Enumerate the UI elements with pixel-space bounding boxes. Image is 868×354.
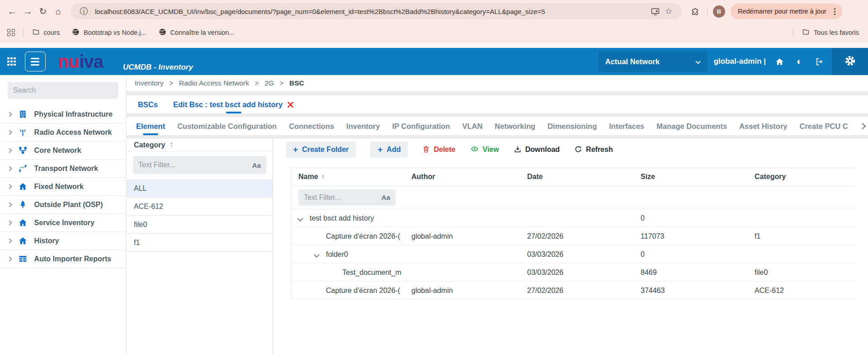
column-header-author[interactable]: Author [411, 173, 527, 181]
table-row[interactable]: folder003/03/20260 [292, 245, 855, 264]
category-header[interactable]: Category ▲▼ [127, 139, 273, 151]
sidebar-item-transport-network[interactable]: Transport Network [0, 160, 126, 178]
close-icon[interactable] [287, 101, 294, 109]
table-row[interactable]: Capture d'écran 2026-(global-admin27/02/… [292, 227, 855, 245]
tab-asset-history[interactable]: Asset History [739, 117, 787, 135]
network-selector[interactable]: Actual Network [598, 51, 708, 72]
chevron-right-icon [7, 130, 12, 135]
logout-icon[interactable] [809, 52, 829, 71]
tab-manage-documents[interactable]: Manage Documents [656, 117, 727, 135]
table-body: test bsct add history0Capture d'écran 20… [292, 209, 855, 300]
sidebar-item-service-inventory[interactable]: Service Inventory [0, 214, 126, 232]
back-icon[interactable]: ← [5, 4, 20, 19]
browser-menu-icon[interactable]: ⋮ [831, 7, 838, 16]
chevron-right-icon [7, 202, 12, 207]
home-icon[interactable] [769, 52, 789, 71]
sidebar-item-radio-access-network[interactable]: Radio Access Network [0, 123, 126, 142]
menu-toggle-button[interactable] [25, 52, 46, 71]
active-tab-indicator [226, 112, 241, 113]
search-input[interactable] [13, 86, 113, 94]
match-case-toggle[interactable]: Aa [378, 194, 390, 201]
view-button[interactable]: View [470, 145, 499, 154]
expand-chevron-icon[interactable] [315, 250, 326, 259]
breadcrumb-item[interactable]: 2G [264, 79, 274, 87]
profile-avatar[interactable]: B [713, 5, 725, 18]
tab-interfaces[interactable]: Interfaces [609, 117, 644, 135]
url-input[interactable] [95, 8, 648, 15]
sidebar-item-label: History [34, 237, 59, 245]
tab-dimensioning[interactable]: Dimensioning [547, 117, 597, 135]
app-launcher-icon[interactable] [7, 57, 16, 66]
name-filter[interactable]: Aa [298, 189, 396, 206]
bookmark-item[interactable]: Connaître la version... [158, 28, 235, 38]
add-button[interactable]: + Add [370, 142, 408, 158]
column-header-date[interactable]: Date [527, 173, 641, 181]
column-header-size[interactable]: Size [641, 173, 755, 181]
refresh-icon [574, 145, 582, 155]
tab-vlan[interactable]: VLAN [462, 117, 482, 135]
column-header-name[interactable]: Name ▲▼ [292, 173, 411, 181]
breadcrumb-item[interactable]: Radio Access Network [179, 79, 249, 87]
download-button[interactable]: Download [514, 145, 560, 155]
sort-icon[interactable]: ▲▼ [170, 142, 173, 148]
cell-author: global-admin [411, 232, 527, 241]
create-folder-button[interactable]: + Create Folder [286, 142, 356, 158]
tab-connections[interactable]: Connections [289, 117, 334, 135]
sidebar-search[interactable] [8, 82, 118, 99]
settings-button[interactable] [832, 48, 868, 75]
sidebar-item-history[interactable]: History [0, 232, 126, 250]
tab-bscs[interactable]: BSCs [138, 95, 158, 113]
sort-icon[interactable]: ▲▼ [321, 174, 325, 180]
gear-icon [844, 55, 856, 69]
cell-category: ACE-612 [755, 287, 855, 295]
tab-ip-configuration[interactable]: IP Configuration [392, 117, 450, 135]
tab-element[interactable]: Element [136, 117, 165, 135]
browser-home-icon[interactable]: ⌂ [51, 4, 66, 19]
table-row[interactable]: Test_document_m03/03/20268469file0 [292, 264, 855, 282]
tab-create-pcu-c[interactable]: Create PCU C [800, 117, 848, 135]
restart-update-button[interactable]: Redémarrer pour mettre à jour ⋮ [731, 4, 843, 19]
tabs-overflow-chevron-icon[interactable] [859, 123, 866, 129]
breadcrumb-item[interactable]: Inventory [135, 79, 164, 87]
bookmark-item[interactable]: Bootstrap vs Node.j... [71, 28, 146, 38]
tab-edit-bsc-label: Edit Bsc : test bsct add history [173, 100, 283, 109]
install-app-icon[interactable] [648, 5, 662, 18]
reload-icon[interactable]: ↻ [35, 4, 51, 19]
document-name: folder0 [326, 250, 348, 259]
restart-update-label: Redémarrer pour mettre à jour [738, 8, 826, 15]
category-item[interactable]: file0 [127, 216, 273, 234]
tab-inventory[interactable]: Inventory [346, 117, 380, 135]
name-filter-input[interactable] [304, 194, 378, 202]
bookmark-star-icon[interactable]: ☆ [662, 5, 675, 18]
tab-customizable-configuration[interactable]: Customizable Configuration [177, 117, 277, 135]
tab-networking[interactable]: Networking [495, 117, 535, 135]
bookmark-item[interactable]: cours [32, 28, 60, 37]
table-row[interactable]: test bsct add history0 [292, 209, 855, 227]
sidebar-item-auto-importer-reports[interactable]: Auto Importer Reports [0, 250, 126, 268]
sidebar-item-outside-plant-osp-[interactable]: Outside Plant (OSP) [0, 196, 126, 214]
apps-grid-icon[interactable] [7, 29, 15, 37]
all-bookmarks-button[interactable]: Tous les favoris [802, 28, 859, 37]
sidebar-item-physical-infrastructure[interactable]: Physical Infrastructure [0, 105, 126, 123]
extensions-icon[interactable] [688, 5, 702, 18]
table-row[interactable]: Capture d'écran 2026-(global-admin27/02/… [292, 282, 855, 300]
refresh-button[interactable]: Refresh [574, 145, 613, 155]
category-filter-input[interactable] [138, 161, 249, 169]
sidebar-item-core-network[interactable]: Core Network [0, 142, 126, 160]
category-item[interactable]: f1 [127, 234, 273, 252]
site-info-icon[interactable]: ⓘ [77, 5, 90, 18]
category-item[interactable]: ACE-612 [127, 198, 273, 216]
forward-icon[interactable]: → [20, 4, 35, 19]
category-filter[interactable]: Aa [133, 156, 266, 174]
category-item[interactable]: ALL [127, 179, 273, 198]
app-header: nuiva UCMDB - Inventory Actual Network g… [0, 48, 868, 75]
contrast-icon[interactable]: ◐ [789, 52, 809, 71]
bookmarks-list: coursBootstrap vs Node.j...Connaître la … [32, 28, 246, 38]
tab-edit-bsc[interactable]: Edit Bsc : test bsct add history [173, 95, 294, 113]
url-bar[interactable]: ⓘ ☆ [71, 3, 682, 19]
column-header-category[interactable]: Category [755, 173, 855, 181]
match-case-toggle[interactable]: Aa [249, 161, 261, 169]
delete-button[interactable]: Delete [422, 145, 455, 155]
sidebar-item-fixed-network[interactable]: Fixed Network [0, 178, 126, 196]
expand-chevron-icon[interactable] [298, 214, 310, 222]
